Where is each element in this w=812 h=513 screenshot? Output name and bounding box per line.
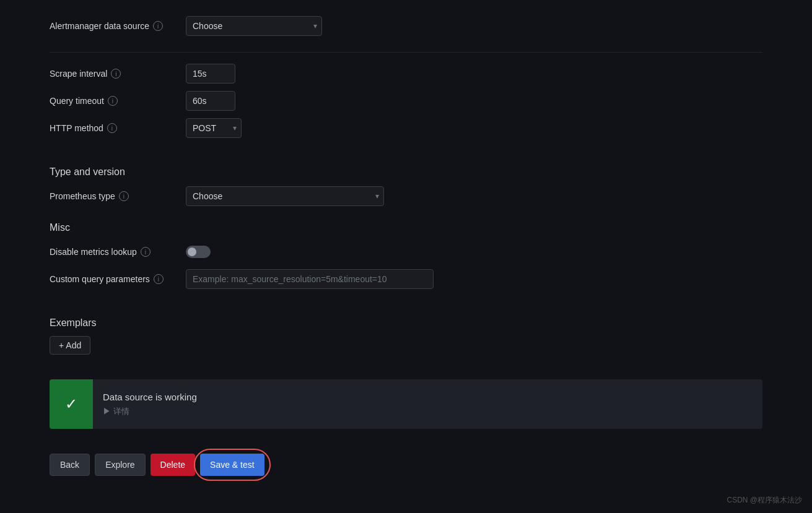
delete-button[interactable]: Delete xyxy=(151,454,195,476)
save-test-wrapper: Save & test xyxy=(200,454,264,476)
prometheus-type-select[interactable]: Choose xyxy=(186,186,384,206)
custom-query-params-label: Custom query parameters i xyxy=(50,274,186,284)
http-method-select-wrapper: POST GET xyxy=(186,118,242,138)
http-method-row: HTTP method i POST GET xyxy=(50,117,762,139)
prometheus-type-label: Prometheus type i xyxy=(50,191,186,201)
footer-buttons: Back Explore Delete Save & test xyxy=(50,444,762,491)
prometheus-type-info-icon[interactable]: i xyxy=(119,191,129,201)
query-timeout-row: Query timeout i xyxy=(50,90,762,112)
custom-query-params-info-icon[interactable]: i xyxy=(154,274,164,284)
exemplars-title: Exemplars xyxy=(50,317,762,329)
status-icon-box: ✓ xyxy=(50,379,93,429)
query-timeout-label: Query timeout i xyxy=(50,96,186,106)
exemplars-section: Exemplars + Add xyxy=(50,295,762,364)
checkmark-icon: ✓ xyxy=(65,395,77,413)
explore-button[interactable]: Explore xyxy=(95,454,145,476)
prometheus-type-select-wrapper: Choose xyxy=(186,186,384,206)
custom-query-params-input[interactable] xyxy=(186,269,434,289)
toggle-slider xyxy=(186,246,211,258)
disable-metrics-row: Disable metrics lookup i xyxy=(50,241,762,263)
save-test-button[interactable]: Save & test xyxy=(200,454,264,476)
scrape-interval-info-icon[interactable]: i xyxy=(111,69,121,79)
disable-metrics-label: Disable metrics lookup i xyxy=(50,247,186,257)
watermark: CSDN @程序猿木法沙 xyxy=(727,495,802,506)
scrape-interval-input[interactable] xyxy=(186,64,235,84)
http-method-info-icon[interactable]: i xyxy=(107,123,117,133)
query-timeout-input[interactable] xyxy=(186,91,235,111)
scrape-interval-label: Scrape interval i xyxy=(50,69,186,79)
misc-title: Misc xyxy=(50,222,762,233)
back-button[interactable]: Back xyxy=(50,454,90,476)
alertmanager-info-icon[interactable]: i xyxy=(153,21,163,31)
alertmanager-select[interactable]: Choose xyxy=(186,16,322,36)
status-banner: ✓ Data source is working ▶ 详情 xyxy=(50,379,762,429)
alertmanager-row: Alertmanager data source i Choose xyxy=(50,15,762,37)
http-method-select[interactable]: POST GET xyxy=(186,118,242,138)
disable-metrics-info-icon[interactable]: i xyxy=(141,247,151,257)
custom-query-params-row: Custom query parameters i xyxy=(50,268,762,290)
disable-metrics-toggle[interactable] xyxy=(186,246,211,258)
add-exemplar-button[interactable]: + Add xyxy=(50,336,90,355)
http-method-label: HTTP method i xyxy=(50,123,186,133)
status-details-toggle[interactable]: ▶ 详情 xyxy=(103,406,197,417)
type-version-title: Type and version xyxy=(50,166,762,178)
alertmanager-select-wrapper: Choose xyxy=(186,16,322,36)
status-title: Data source is working xyxy=(103,392,197,402)
query-timeout-info-icon[interactable]: i xyxy=(108,96,118,106)
alertmanager-label: Alertmanager data source i xyxy=(50,21,186,31)
scrape-interval-row: Scrape interval i xyxy=(50,63,762,85)
prometheus-type-row: Prometheus type i Choose xyxy=(50,185,762,207)
status-content: Data source is working ▶ 详情 xyxy=(93,384,207,425)
